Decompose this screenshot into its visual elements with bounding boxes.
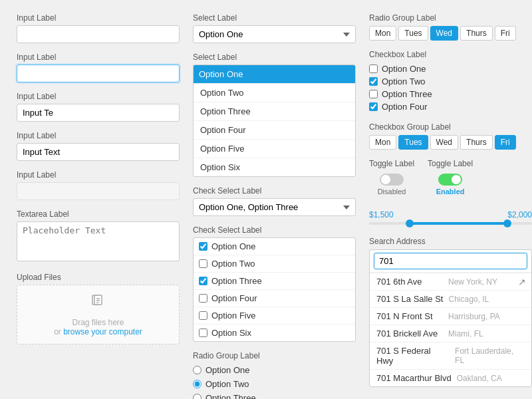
range-track[interactable] <box>369 222 532 225</box>
input-group-4: Input Label <box>17 131 180 161</box>
select-open-group: Select Label Option One Option Two Optio… <box>193 53 356 177</box>
upload-icon <box>89 293 108 315</box>
check-label-1: Option One <box>211 241 256 251</box>
check-6[interactable] <box>199 329 207 337</box>
search-result-2[interactable]: 701 S La Salle St Chicago, IL <box>370 290 531 307</box>
search-result-4[interactable]: 701 Brickell Ave Miami, FL <box>370 325 531 342</box>
upload-browse-text: or browse your computer <box>54 327 142 336</box>
check-item-2[interactable]: Option Two <box>194 255 355 272</box>
select-open-label: Select Label <box>193 53 356 62</box>
check-select-group-2: Check Select Label Option One Option Two… <box>193 225 356 342</box>
day-btn-thurs[interactable]: Thurs <box>460 26 493 41</box>
dropdown-item-3[interactable]: Option Three <box>194 102 355 120</box>
select-field-1[interactable]: Option One Option Two Option Three <box>193 25 356 43</box>
toggle-1-label: Toggle Label <box>369 159 414 168</box>
cb-item-4[interactable]: Option Four <box>369 100 532 113</box>
input-field-2[interactable] <box>17 65 180 82</box>
search-city-4: Miami, FL <box>448 329 483 338</box>
cursor-icon: ↗ <box>518 277 526 287</box>
check-2[interactable] <box>199 259 207 268</box>
check-select-box: Option One Option Two Option Three Optio… <box>193 237 356 342</box>
input-field-3[interactable] <box>17 104 180 122</box>
radio-item-3[interactable]: Option Three <box>193 391 356 399</box>
radio-group-col2: Radio Group Label Option One Option Two … <box>193 351 356 399</box>
check-3[interactable] <box>199 277 207 285</box>
cb-1[interactable] <box>369 65 378 73</box>
textarea-field[interactable] <box>17 221 180 261</box>
toggle-2-label: Toggle Label <box>428 159 473 168</box>
input-label-4: Input Label <box>17 131 180 140</box>
cday-btn-fri[interactable]: Fri <box>495 135 516 150</box>
radio-item-2[interactable]: Option Two <box>193 377 356 391</box>
check-5[interactable] <box>199 311 207 320</box>
check-label-6: Option Six <box>211 328 251 338</box>
toggle-1[interactable] <box>380 174 404 186</box>
cb-3[interactable] <box>369 90 378 98</box>
check-item-6[interactable]: Option Six <box>194 324 355 341</box>
select-open-dropdown[interactable]: Option One Option Two Option Three Optio… <box>193 65 356 177</box>
radio-3[interactable] <box>193 394 201 399</box>
search-address-section: Search Address 701 6th Ave New York, NY … <box>369 237 532 387</box>
search-result-1[interactable]: 701 6th Ave New York, NY ↗ <box>370 273 531 290</box>
dropdown-item-4[interactable]: Option Four <box>194 120 355 139</box>
check-select-field-1[interactable]: Option One, Option Three <box>193 198 356 216</box>
radio-item-1[interactable]: Option One <box>193 363 356 377</box>
check-item-3[interactable]: Option Three <box>194 272 355 289</box>
cb-label-1: Option One <box>382 64 426 74</box>
svg-rect-1 <box>94 295 102 305</box>
dropdown-item-6[interactable]: Option Six <box>194 158 355 176</box>
range-thumb-1[interactable] <box>406 219 414 227</box>
range-fill <box>410 222 507 225</box>
input-field-5 <box>17 182 180 200</box>
cb-2[interactable] <box>369 77 378 86</box>
cday-btn-wed[interactable]: Wed <box>430 135 458 150</box>
dropdown-selected-item[interactable]: Option One <box>194 65 355 83</box>
cday-btn-thurs[interactable]: Thurs <box>460 135 493 150</box>
upload-browse-link[interactable]: browse your computer <box>63 327 142 336</box>
check-item-5[interactable]: Option Five <box>194 307 355 324</box>
check-4[interactable] <box>199 294 207 303</box>
day-btn-fri[interactable]: Fri <box>495 26 516 41</box>
input-label-5: Input Label <box>17 170 180 180</box>
cb-4[interactable] <box>369 102 378 111</box>
textarea-label: Textarea Label <box>17 209 180 219</box>
search-result-6[interactable]: 701 Macarthur Blvd Oakland, CA <box>370 369 531 386</box>
toggle-2[interactable]: ✓ <box>438 174 462 186</box>
search-city-2: Chicago, IL <box>448 295 489 304</box>
input-field-1[interactable] <box>17 25 180 43</box>
input-group-3: Input Label <box>17 92 180 122</box>
input-field-4[interactable] <box>17 143 180 161</box>
radio-label-2: Option Two <box>205 379 249 389</box>
check-item-1[interactable]: Option One <box>194 238 355 255</box>
cday-btn-tues[interactable]: Tues <box>398 135 428 150</box>
cb-item-2[interactable]: Option Two <box>369 75 532 88</box>
radio-2[interactable] <box>193 380 201 388</box>
day-btn-tues[interactable]: Tues <box>398 26 428 41</box>
check-label-4: Option Four <box>211 293 257 303</box>
radio-1[interactable] <box>193 366 201 374</box>
search-address-input[interactable] <box>374 253 527 269</box>
input-label-3: Input Label <box>17 92 180 101</box>
dropdown-item-2[interactable]: Option Two <box>194 83 355 102</box>
upload-drag-text: Drag files here <box>72 318 124 327</box>
cb-item-1[interactable]: Option One <box>369 63 532 75</box>
check-item-4[interactable]: Option Four <box>194 289 355 307</box>
day-btn-mon[interactable]: Mon <box>369 26 396 41</box>
input-group-1: Input Label <box>17 13 180 43</box>
cb-item-3[interactable]: Option Three <box>369 88 532 100</box>
toggle-1-wrapper: Toggle Label Disabled <box>369 159 414 196</box>
upload-dropzone[interactable]: Drag files here or browse your computer <box>17 285 180 344</box>
check-select-label-1: Check Select Label <box>193 186 356 196</box>
search-input-wrap <box>370 250 531 273</box>
search-address-label: Search Address <box>369 237 532 246</box>
search-result-5[interactable]: 701 S Federal Hwy Fort Lauderdale, FL <box>370 342 531 369</box>
cday-btn-mon[interactable]: Mon <box>369 135 396 150</box>
day-btn-wed[interactable]: Wed <box>430 26 458 41</box>
check-1[interactable] <box>199 242 207 251</box>
range-thumb-2[interactable] <box>503 219 511 227</box>
search-result-3[interactable]: 701 N Front St Harrisburg, PA <box>370 307 531 325</box>
dropdown-item-5[interactable]: Option Five <box>194 139 355 158</box>
toggle-check-icon: ✓ <box>452 175 462 184</box>
search-addr-6: 701 Macarthur Blvd <box>376 373 452 383</box>
checkbox-group-label: Checkbox Label <box>369 50 532 59</box>
